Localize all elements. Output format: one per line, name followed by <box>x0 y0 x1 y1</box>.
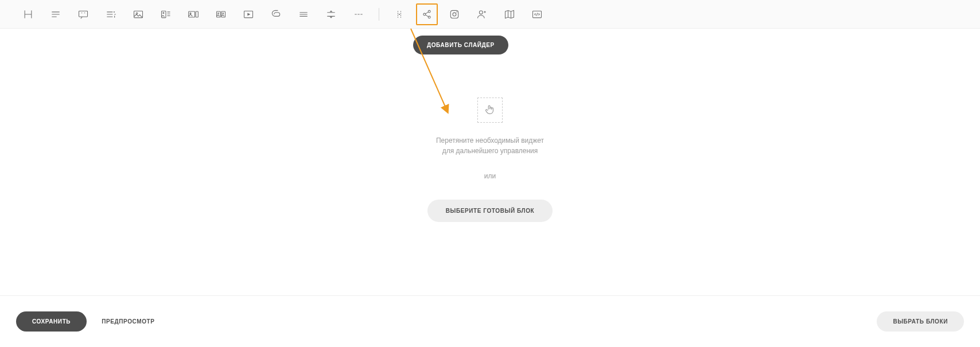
svg-point-7 <box>190 13 191 14</box>
popover-label: ДОБАВИТЬ СЛАЙДЕР <box>427 42 495 48</box>
hint-line-2: для дальнейшего управления <box>436 146 544 156</box>
divider-icon[interactable] <box>293 3 314 25</box>
attachment-icon[interactable] <box>265 3 287 25</box>
dropzone[interactable] <box>477 98 503 123</box>
save-button[interactable]: СОХРАНИТЬ <box>16 311 87 332</box>
choose-blocks-button[interactable]: ВЫБРАТЬ БЛОКИ <box>877 311 964 332</box>
toolbar <box>0 0 980 29</box>
add-slider-popover: ДОБАВИТЬ СЛАЙДЕР <box>413 36 508 54</box>
hand-pointer-icon <box>484 104 496 116</box>
video-icon[interactable] <box>238 3 259 25</box>
svg-rect-8 <box>217 11 221 17</box>
svg-point-2 <box>136 13 138 14</box>
dropzone-area: Перетяните необходимый виджет для дальне… <box>0 98 980 222</box>
svg-rect-9 <box>221 11 225 17</box>
image-text-icon[interactable] <box>155 3 177 25</box>
image-pair-icon[interactable] <box>182 3 204 25</box>
svg-point-4 <box>163 12 164 13</box>
footer: СОХРАНИТЬ ПРЕДПРОСМОТР ВЫБРАТЬ БЛОКИ <box>0 295 980 347</box>
svg-point-11 <box>223 13 224 14</box>
svg-point-19 <box>456 11 457 13</box>
code-icon[interactable] <box>526 3 548 25</box>
gallery-icon[interactable] <box>210 3 232 25</box>
share-icon[interactable] <box>416 3 438 25</box>
svg-point-15 <box>428 10 430 13</box>
svg-point-14 <box>423 13 426 15</box>
dash-icon[interactable] <box>348 3 370 25</box>
svg-point-20 <box>479 10 483 14</box>
quote-icon[interactable] <box>72 3 94 25</box>
svg-rect-5 <box>189 11 195 17</box>
heading-icon[interactable] <box>17 3 39 25</box>
or-label: или <box>484 172 496 180</box>
spacer-icon[interactable] <box>320 3 342 25</box>
preview-button[interactable]: ПРЕДПРОСМОТР <box>102 318 154 325</box>
instagram-icon[interactable] <box>444 3 465 25</box>
separator-dot-icon[interactable] <box>388 3 410 25</box>
svg-rect-6 <box>196 11 198 17</box>
choose-ready-block-button[interactable]: ВЫБЕРИТЕ ГОТОВЫЙ БЛОК <box>427 200 553 222</box>
hint-line-1: Перетяните необходимый виджет <box>436 135 544 146</box>
toolbar-separator <box>379 8 379 21</box>
svg-point-13 <box>399 13 400 14</box>
svg-point-16 <box>428 16 430 18</box>
dropzone-hint: Перетяните необходимый виджет для дальне… <box>436 135 544 156</box>
list-icon[interactable] <box>100 3 122 25</box>
person-add-icon[interactable] <box>471 3 493 25</box>
svg-point-10 <box>218 13 219 14</box>
svg-point-18 <box>453 13 456 16</box>
image-icon[interactable] <box>127 3 149 25</box>
svg-rect-0 <box>79 11 88 17</box>
map-icon[interactable] <box>499 3 520 25</box>
text-icon[interactable] <box>45 3 67 25</box>
svg-rect-3 <box>162 11 166 18</box>
